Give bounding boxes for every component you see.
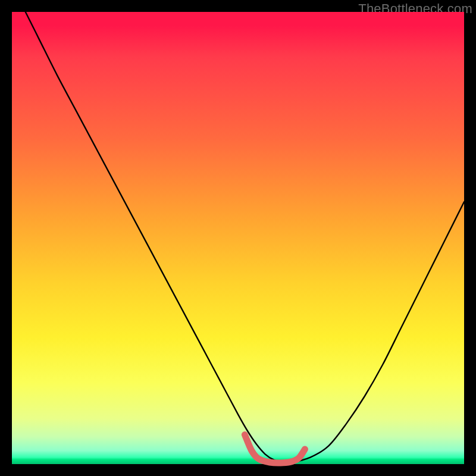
chart-frame: TheBottleneck.com: [0, 0, 476, 476]
highlight-segment: [245, 435, 305, 463]
bottleneck-curve: [26, 12, 464, 463]
curve-svg: [12, 12, 464, 464]
plot-area: [12, 12, 464, 464]
